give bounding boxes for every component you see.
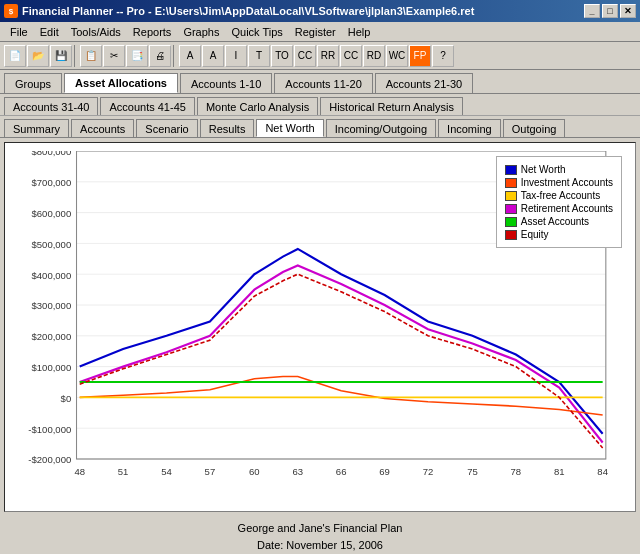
chart-container: Net Worth Investment Accounts Tax-free A… (4, 142, 636, 512)
title-bar: $ Financial Planner -- Pro - E:\Users\Ji… (0, 0, 640, 22)
tool-btn-14[interactable]: RR (317, 45, 339, 67)
legend-net-worth: Net Worth (505, 164, 613, 175)
svg-text:60: 60 (249, 466, 260, 477)
legend-label-asset: Asset Accounts (521, 216, 589, 227)
toolbar: 📄 📂 💾 📋 ✂ 📑 🖨 A A I T TO CC RR CC RD WC … (0, 42, 640, 70)
maximize-button[interactable]: □ (602, 4, 618, 18)
svg-text:$0: $0 (61, 393, 72, 404)
minimize-button[interactable]: _ (584, 4, 600, 18)
svg-text:72: 72 (423, 466, 434, 477)
menu-bar: File Edit Tools/Aids Reports Graphs Quic… (0, 22, 640, 42)
tool-btn-5[interactable]: ✂ (103, 45, 125, 67)
tool-btn-4[interactable]: 📋 (80, 45, 102, 67)
save-button[interactable]: 💾 (50, 45, 72, 67)
menu-graphs[interactable]: Graphs (177, 24, 225, 40)
menu-tools[interactable]: Tools/Aids (65, 24, 127, 40)
tab-accounts[interactable]: Accounts (71, 119, 134, 137)
tab-scenario[interactable]: Scenario (136, 119, 197, 137)
close-button[interactable]: ✕ (620, 4, 636, 18)
legend-color-equity (505, 230, 517, 240)
svg-text:$100,000: $100,000 (32, 362, 72, 373)
tab-row-2: Accounts 31-40 Accounts 41-45 Monte Carl… (0, 94, 640, 116)
svg-text:78: 78 (511, 466, 522, 477)
caption-line1: George and Jane's Financial Plan (0, 520, 640, 537)
svg-text:$200,000: $200,000 (32, 331, 72, 342)
tool-btn-10[interactable]: I (225, 45, 247, 67)
menu-edit[interactable]: Edit (34, 24, 65, 40)
tool-btn-13[interactable]: CC (294, 45, 316, 67)
new-button[interactable]: 📄 (4, 45, 26, 67)
legend-label-net-worth: Net Worth (521, 164, 566, 175)
chart-caption: George and Jane's Financial Plan Date: N… (0, 516, 640, 554)
legend-retirement: Retirement Accounts (505, 203, 613, 214)
toolbar-sep1 (74, 45, 78, 67)
tool-btn-6[interactable]: 📑 (126, 45, 148, 67)
tool-btn-19[interactable]: ? (432, 45, 454, 67)
tab-row-1: Groups Asset Allocations Accounts 1-10 A… (0, 70, 640, 94)
tool-btn-7[interactable]: 🖨 (149, 45, 171, 67)
tab-accounts-21-30[interactable]: Accounts 21-30 (375, 73, 473, 93)
caption-line2: Date: November 15, 2006 (0, 537, 640, 554)
svg-text:-$200,000: -$200,000 (28, 454, 71, 465)
line-net-worth (80, 249, 603, 434)
legend-investment: Investment Accounts (505, 177, 613, 188)
legend-color-asset (505, 217, 517, 227)
toolbar-sep2 (173, 45, 177, 67)
legend-label-taxfree: Tax-free Accounts (521, 190, 600, 201)
chart-inner: Net Worth Investment Accounts Tax-free A… (13, 151, 627, 503)
tab-net-worth[interactable]: Net Worth (256, 119, 323, 137)
tab-accounts-11-20[interactable]: Accounts 11-20 (274, 73, 372, 93)
tab-asset-allocations[interactable]: Asset Allocations (64, 73, 178, 93)
tab-incoming-outgoing[interactable]: Incoming/Outgoing (326, 119, 436, 137)
tool-btn-12[interactable]: TO (271, 45, 293, 67)
tool-btn-8[interactable]: A (179, 45, 201, 67)
tool-btn-9[interactable]: A (202, 45, 224, 67)
window-controls[interactable]: _ □ ✕ (584, 4, 636, 18)
legend-label-retirement: Retirement Accounts (521, 203, 613, 214)
svg-text:84: 84 (597, 466, 608, 477)
svg-text:$500,000: $500,000 (32, 239, 72, 250)
tab-historical-return[interactable]: Historical Return Analysis (320, 97, 463, 115)
tab-accounts-31-40[interactable]: Accounts 31-40 (4, 97, 98, 115)
legend-asset: Asset Accounts (505, 216, 613, 227)
svg-text:$300,000: $300,000 (32, 300, 72, 311)
tab-row-3: Summary Accounts Scenario Results Net Wo… (0, 116, 640, 138)
svg-text:$800,000: $800,000 (32, 151, 72, 157)
menu-quicktips[interactable]: Quick Tips (225, 24, 288, 40)
tool-btn-11[interactable]: T (248, 45, 270, 67)
tab-summary[interactable]: Summary (4, 119, 69, 137)
tab-monte-carlo[interactable]: Monte Carlo Analysis (197, 97, 318, 115)
legend-color-retirement (505, 204, 517, 214)
svg-text:75: 75 (467, 466, 478, 477)
svg-text:$700,000: $700,000 (32, 177, 72, 188)
legend-color-investment (505, 178, 517, 188)
tab-accounts-1-10[interactable]: Accounts 1-10 (180, 73, 272, 93)
menu-help[interactable]: Help (342, 24, 377, 40)
line-equity (80, 274, 603, 448)
tab-results[interactable]: Results (200, 119, 255, 137)
svg-text:81: 81 (554, 466, 565, 477)
tab-outgoing[interactable]: Outgoing (503, 119, 566, 137)
menu-register[interactable]: Register (289, 24, 342, 40)
tab-incoming[interactable]: Incoming (438, 119, 501, 137)
tab-accounts-41-45[interactable]: Accounts 41-45 (100, 97, 194, 115)
legend-color-net-worth (505, 165, 517, 175)
svg-text:63: 63 (292, 466, 303, 477)
svg-text:54: 54 (161, 466, 172, 477)
tool-btn-18[interactable]: FP (409, 45, 431, 67)
open-button[interactable]: 📂 (27, 45, 49, 67)
tool-btn-15[interactable]: CC (340, 45, 362, 67)
svg-text:66: 66 (336, 466, 347, 477)
svg-text:-$100,000: -$100,000 (28, 423, 71, 434)
tool-btn-17[interactable]: WC (386, 45, 408, 67)
legend-label-equity: Equity (521, 229, 549, 240)
legend-color-taxfree (505, 191, 517, 201)
tab-groups[interactable]: Groups (4, 73, 62, 93)
menu-reports[interactable]: Reports (127, 24, 178, 40)
legend-label-investment: Investment Accounts (521, 177, 613, 188)
window-title: Financial Planner -- Pro - E:\Users\Jim\… (22, 5, 474, 17)
svg-text:51: 51 (118, 466, 129, 477)
menu-file[interactable]: File (4, 24, 34, 40)
svg-text:$600,000: $600,000 (32, 208, 72, 219)
tool-btn-16[interactable]: RD (363, 45, 385, 67)
